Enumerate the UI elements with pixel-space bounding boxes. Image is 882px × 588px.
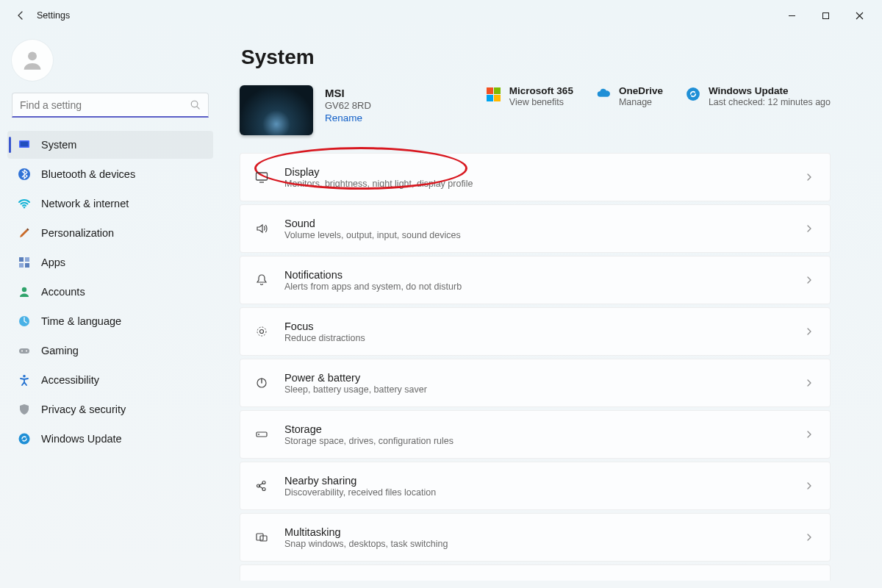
- maximize-icon: [822, 12, 830, 20]
- app-title: Settings: [37, 10, 70, 21]
- svg-point-24: [260, 330, 264, 334]
- sync-icon: [685, 86, 701, 102]
- device-model: GV62 8RD: [325, 100, 371, 111]
- chevron-right-icon: [805, 173, 814, 182]
- multitasking-icon: [254, 529, 270, 545]
- sidebar-item-label: Windows Update: [41, 433, 122, 445]
- avatar: [12, 40, 53, 81]
- minimize-button[interactable]: [775, 4, 808, 27]
- setting-row-display[interactable]: Display Monitors, brightness, night ligh…: [240, 153, 831, 201]
- sidebar-item-system[interactable]: System: [7, 131, 213, 159]
- accounts-icon: [18, 285, 31, 298]
- rename-link[interactable]: Rename: [325, 112, 371, 123]
- svg-rect-9: [19, 257, 24, 262]
- svg-point-2: [28, 51, 37, 60]
- sidebar: System Bluetooth & devices Network & int…: [0, 31, 220, 588]
- chevron-right-icon: [805, 327, 814, 336]
- setting-row-nearby-sharing[interactable]: Nearby sharing Discoverability, received…: [240, 462, 831, 510]
- setting-desc: Alerts from apps and system, do not dist…: [284, 282, 790, 292]
- setting-row-partial[interactable]: [240, 564, 831, 581]
- wifi-icon: [18, 197, 31, 210]
- share-icon: [254, 478, 270, 494]
- sidebar-item-label: Personalization: [41, 227, 114, 239]
- sidebar-item-privacy[interactable]: Privacy & security: [7, 395, 213, 423]
- sidebar-item-label: Privacy & security: [41, 404, 126, 415]
- page-title: System: [241, 46, 831, 69]
- setting-row-storage[interactable]: Storage Storage space, drives, configura…: [240, 410, 831, 459]
- svg-point-23: [257, 327, 266, 336]
- svg-rect-6: [21, 142, 29, 147]
- svg-point-17: [26, 351, 27, 352]
- status-sub: Manage: [619, 97, 663, 107]
- setting-row-sound[interactable]: Sound Volume levels, output, input, soun…: [240, 204, 831, 253]
- svg-point-18: [23, 375, 26, 378]
- svg-line-4: [197, 107, 199, 109]
- device-row: MSI GV62 8RD Rename Microsoft 365 View b…: [240, 85, 831, 135]
- search-box[interactable]: [12, 93, 209, 118]
- status-title: OneDrive: [619, 85, 663, 96]
- titlebar: Settings: [0, 0, 882, 31]
- status-card-onedrive[interactable]: OneDrive Manage: [595, 85, 663, 107]
- device-name: MSI: [325, 87, 371, 99]
- device-thumbnail: [240, 85, 313, 135]
- setting-row-notifications[interactable]: Notifications Alerts from apps and syste…: [240, 256, 831, 304]
- setting-desc: Snap windows, desktops, task switching: [284, 539, 790, 549]
- sidebar-item-label: Accounts: [41, 286, 85, 298]
- profile-section[interactable]: [7, 37, 213, 91]
- sidebar-item-network[interactable]: Network & internet: [7, 190, 213, 218]
- window-controls: [775, 4, 876, 27]
- search-input[interactable]: [20, 99, 190, 111]
- chevron-right-icon: [805, 276, 814, 284]
- svg-rect-10: [25, 257, 29, 262]
- setting-desc: Discoverability, received files location: [284, 487, 790, 498]
- sidebar-item-bluetooth[interactable]: Bluetooth & devices: [7, 160, 213, 188]
- microsoft365-icon: [486, 86, 502, 102]
- svg-rect-21: [257, 173, 268, 180]
- sidebar-item-gaming[interactable]: Gaming: [7, 337, 213, 365]
- sidebar-item-label: System: [41, 139, 76, 151]
- svg-point-20: [686, 87, 700, 101]
- gamepad-icon: [18, 344, 31, 357]
- back-button[interactable]: [9, 4, 32, 27]
- maximize-button[interactable]: [808, 4, 842, 27]
- sidebar-item-time-language[interactable]: Time & language: [7, 307, 213, 335]
- setting-title: Multitasking: [284, 526, 790, 538]
- person-icon: [20, 48, 45, 73]
- setting-title: Focus: [284, 320, 790, 332]
- sidebar-item-label: Time & language: [41, 315, 121, 327]
- sidebar-item-label: Network & internet: [41, 198, 129, 209]
- svg-point-16: [21, 351, 23, 352]
- display-icon: [254, 169, 270, 185]
- setting-title: Notifications: [284, 269, 790, 281]
- setting-row-focus[interactable]: Focus Reduce distractions: [240, 307, 831, 356]
- arrow-left-icon: [15, 10, 26, 21]
- sidebar-item-label: Bluetooth & devices: [41, 168, 135, 180]
- chevron-right-icon: [805, 379, 814, 387]
- close-button[interactable]: [842, 4, 876, 27]
- svg-rect-11: [19, 263, 24, 268]
- sidebar-item-accessibility[interactable]: Accessibility: [7, 366, 213, 394]
- status-card-microsoft365[interactable]: Microsoft 365 View benefits: [486, 85, 573, 107]
- svg-rect-15: [19, 348, 29, 354]
- status-card-windows-update[interactable]: Windows Update Last checked: 12 minutes …: [685, 85, 831, 107]
- sidebar-item-label: Accessibility: [41, 374, 99, 386]
- setting-desc: Storage space, drives, configuration rul…: [284, 436, 790, 446]
- chevron-right-icon: [805, 481, 814, 490]
- shield-icon: [18, 403, 31, 416]
- paintbrush-icon: [18, 226, 31, 240]
- chevron-right-icon: [805, 224, 814, 233]
- nav: System Bluetooth & devices Network & int…: [7, 131, 213, 453]
- setting-desc: Monitors, brightness, night light, displ…: [284, 179, 790, 189]
- chevron-right-icon: [805, 533, 814, 542]
- sidebar-item-windows-update[interactable]: Windows Update: [7, 425, 213, 453]
- svg-point-28: [258, 434, 259, 435]
- power-icon: [254, 375, 270, 391]
- svg-point-31: [262, 488, 265, 491]
- setting-title: Storage: [284, 423, 790, 435]
- setting-row-power[interactable]: Power & battery Sleep, battery usage, ba…: [240, 359, 831, 407]
- setting-title: Power & battery: [284, 372, 790, 384]
- sidebar-item-accounts[interactable]: Accounts: [7, 278, 213, 306]
- sidebar-item-apps[interactable]: Apps: [7, 248, 213, 276]
- setting-row-multitasking[interactable]: Multitasking Snap windows, desktops, tas…: [240, 513, 831, 562]
- sidebar-item-personalization[interactable]: Personalization: [7, 219, 213, 247]
